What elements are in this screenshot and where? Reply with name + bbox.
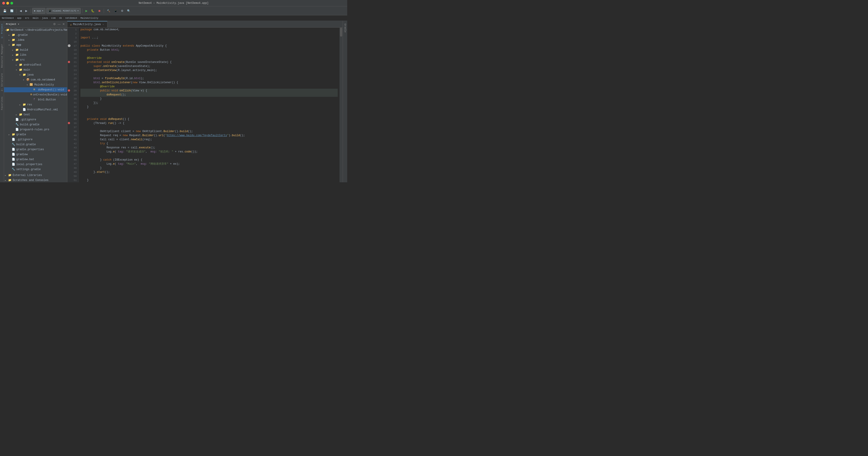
device-label: Xiaomi M2007J17C [53, 9, 76, 12]
gradle-dir-icon: 📁 [12, 33, 16, 37]
idea-icon: 📁 [12, 38, 16, 42]
stop-button[interactable]: ⏹ [97, 8, 102, 14]
build-icon: 📁 [16, 48, 19, 52]
code-editor[interactable]: 1 2 3 16 17 18 19 20 21 22 23 24 25 26 2… [67, 28, 343, 182]
editor-tabs: ☕ MainActivity.java ✕ [67, 21, 343, 28]
tree-item-settings-gradle[interactable]: 🔧 settings.gradle [4, 167, 67, 172]
bc-java[interactable]: java [42, 17, 48, 20]
bc-main[interactable]: main [33, 17, 38, 20]
tree-item-buildgradle-root[interactable]: 🔧 build.gradle [4, 142, 67, 147]
tree-item-app[interactable]: 📁 app [4, 42, 67, 48]
editor-tab-mainactivity[interactable]: ☕ MainActivity.java ✕ [67, 21, 107, 27]
toolbar-back-btn[interactable]: ◀ [18, 8, 23, 14]
tree-item-gradleprops[interactable]: 📄 gradle.properties [4, 147, 67, 152]
debug-button[interactable]: 🐛 [90, 8, 96, 14]
maximize-button[interactable] [10, 2, 13, 4]
bc-mainactivity[interactable]: MainActivity [81, 17, 98, 20]
tree-label-btn1: btn1:Button [38, 98, 56, 101]
bc-netdemo4-pkg[interactable]: netdemo4 [65, 17, 77, 20]
tree-item-gitignore-app[interactable]: 📄 .gitignore [4, 117, 67, 122]
tree-item-proguard[interactable]: 📄 proguard-rules.pro [4, 127, 67, 132]
bc-app[interactable]: app [17, 17, 22, 20]
tree-item-androidtest[interactable]: 📁 androidTest [4, 62, 67, 67]
search-everywhere-btn[interactable]: 🔍 [126, 8, 132, 14]
mainactivity-icon: 🅲 [30, 83, 33, 87]
gradle-root-icon: 📁 [12, 133, 16, 136]
sdk-manager-btn[interactable]: ⚙ [120, 8, 125, 14]
tab-close-btn[interactable]: ✕ [102, 23, 104, 26]
ln-2: 2 [67, 32, 79, 36]
toolbar-save-btn[interactable]: 💾 [2, 8, 8, 14]
bc-sep-7: › [63, 17, 64, 20]
tree-item-gradlew-bat[interactable]: 📄 gradlew.bat [4, 157, 67, 162]
tree-item-gradle-dir[interactable]: 📁 .gradle [4, 33, 67, 37]
sidebar-item-favorites[interactable]: Favorites [0, 94, 4, 113]
code-line-24 [81, 73, 338, 77]
tree-item-test[interactable]: 📁 test [4, 112, 67, 117]
tree-item-oncreate[interactable]: m onCreate(Bundle):void [4, 92, 67, 97]
ln-22: 22 [67, 64, 79, 68]
tree-item-gitignore-root[interactable]: 📄 .gitignore [4, 137, 67, 142]
tree-arrow-gradle-root [8, 134, 12, 136]
breadcrumb: NetDemo4 › app › src › main › java › com… [0, 16, 347, 21]
sidebar-item-project[interactable]: 1: Project [0, 21, 4, 41]
tree-item-package[interactable]: 📦 com.nb.netdemo4 [4, 77, 67, 82]
toolbar-sync-btn[interactable]: 🔄 [9, 8, 15, 14]
tree-item-mainactivity[interactable]: 🅲 MainActivity [4, 82, 67, 87]
right-tab-gradle[interactable]: Gradle [343, 21, 347, 35]
tree-item-java[interactable]: 📁 java [4, 73, 67, 77]
tree-item-scratches[interactable]: 📁 Scratches and Consoles [4, 178, 67, 182]
ln-32: 32 [67, 105, 79, 109]
bc-com[interactable]: com [51, 17, 56, 20]
line-gutter: 1 2 3 16 17 18 19 20 21 22 23 24 25 26 2… [67, 28, 79, 182]
tree-item-gradle-root[interactable]: 📁 gradle [4, 132, 67, 137]
bc-netdemo4[interactable]: NetDemo4 [2, 17, 14, 20]
sidebar-item-structure[interactable]: 2: Structure [0, 70, 4, 94]
device-selector[interactable]: 📱 Xiaomi M2007J17C ▾ [46, 8, 81, 14]
bc-src[interactable]: src [25, 17, 29, 20]
ln-28: 28 [67, 89, 79, 93]
gradlew-bat-icon: 📄 [12, 158, 16, 161]
close-button[interactable] [2, 2, 5, 4]
ln-27: 27 [67, 85, 79, 89]
tree-item-dorequest[interactable]: m doRequest():void [4, 87, 67, 92]
tree-item-btn1[interactable]: f btn1:Button [4, 97, 67, 102]
code-line-2 [81, 32, 338, 36]
toolbar-forward-btn[interactable]: ▶ [24, 8, 29, 14]
code-line-40: Request req = new Request.Builder().url(… [81, 134, 338, 138]
avd-manager-btn[interactable]: 📱 [113, 8, 119, 14]
ln-39: 39 [67, 130, 79, 134]
run-config-selector[interactable]: ▶ app ▾ [32, 8, 45, 14]
tree-item-external-libs[interactable]: 📁 External Libraries [4, 173, 67, 178]
tree-item-build-dir[interactable]: 📁 build [4, 48, 67, 53]
test-icon: 📁 [19, 113, 23, 116]
sync-gradle-btn[interactable]: 🔨 [105, 8, 112, 14]
run-button[interactable]: ▶ [84, 8, 89, 14]
sidebar-item-resource-manager[interactable]: Resource Manager [0, 41, 4, 70]
tree-label-gradlew-bat: gradlew.bat [16, 158, 34, 161]
code-line-30: } [81, 97, 338, 101]
code-content[interactable]: package com.nb.netdemo4; import ...; pub… [79, 28, 340, 182]
bc-nb[interactable]: nb [59, 17, 62, 20]
tree-item-res[interactable]: 📁 res [4, 102, 67, 107]
tree-item-main[interactable]: 📁 main [4, 67, 67, 73]
minimize-button[interactable] [6, 2, 9, 4]
tree-item-root[interactable]: 📁 NetDemo4 ~/AndroidStudioProjects/NetDe… [4, 28, 67, 33]
tree-label-gradle-root: gradle [16, 133, 26, 136]
project-close-btn[interactable]: ✕ [62, 22, 65, 26]
src-icon: 📁 [16, 58, 19, 62]
project-settings-btn[interactable]: ⚙ [53, 22, 56, 26]
window-controls[interactable] [2, 2, 13, 4]
tree-label-gradlew: gradlew [16, 153, 28, 156]
project-collapse-btn[interactable]: — [57, 22, 61, 26]
tree-item-idea[interactable]: 📁 .idea [4, 37, 67, 42]
settings-gradle-icon: 🔧 [12, 168, 16, 171]
ln-24: 24 [67, 73, 79, 77]
tree-item-libs[interactable]: 📁 libs [4, 53, 67, 57]
editor-area: ☕ MainActivity.java ✕ 1 2 3 16 17 18 19 … [67, 21, 343, 182]
tree-item-gradlew[interactable]: 📄 gradlew [4, 152, 67, 157]
tree-item-src[interactable]: 📁 src [4, 57, 67, 62]
tree-item-manifest[interactable]: 📄 AndroidManifest.xml [4, 107, 67, 112]
tree-item-localprops[interactable]: 📄 local.properties [4, 162, 67, 167]
tree-item-buildgradle-app[interactable]: 🔧 build.gradle [4, 122, 67, 127]
